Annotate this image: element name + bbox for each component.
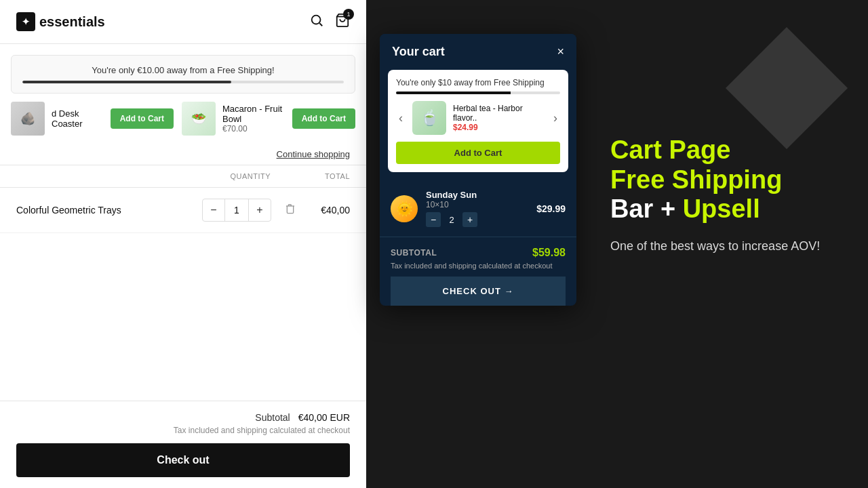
tax-note: Tax included and shipping calculated at …	[16, 426, 350, 435]
modal-checkout-btn[interactable]: CHECK OUT →	[391, 277, 566, 306]
cart-item-0-price: €40,00	[309, 205, 350, 216]
upsell-item-1-name: Macaron - Fruit Bowl	[222, 104, 285, 124]
cart-upsell-progress-bar	[396, 92, 560, 94]
left-cart-panel: ✦ essentials 1 You're only €10.	[0, 0, 366, 488]
svg-marker-3	[726, 27, 848, 149]
cart-icon[interactable]: 1	[335, 13, 350, 31]
cart-table-headers: QUANTITY TOTAL	[0, 165, 366, 188]
logo-icon: ✦	[16, 12, 35, 31]
modal-subtotal-value: $59.98	[532, 247, 566, 259]
cart-upsell-product-info: Herbal tea - Harbor flavor.. $24.99	[453, 104, 544, 132]
store-header: ✦ essentials 1	[0, 0, 366, 44]
upsell-carousel: 🪨 d Desk Coaster Add to Cart 🥗 Macaron -…	[0, 94, 366, 136]
shipping-progress-fill	[22, 81, 231, 83]
promo-title-line3-prefix: Bar +	[610, 195, 683, 223]
promo-title-line3: Bar + Upsell	[610, 195, 854, 224]
store-logo: ✦ essentials	[16, 12, 105, 31]
cart-upsell-progress-fill	[396, 92, 511, 94]
cart-modal-title: Your cart	[392, 45, 445, 59]
cart-modal-item-0-image: 🌞	[391, 195, 418, 222]
cart-modal-item-0-info: Sunday Sun 10×10 − 2 +	[426, 190, 528, 227]
cart-modal-qty-control-0: − 2 +	[426, 212, 528, 227]
subtotal-value: €40,00 EUR	[298, 412, 350, 423]
subtotal-area: Subtotal €40,00 EUR Tax included and shi…	[0, 401, 366, 488]
cart-modal-item-0-price: $29.99	[536, 203, 566, 214]
cart-modal-item-0: 🌞 Sunday Sun 10×10 − 2 + $29.99	[380, 180, 576, 237]
cart-upsell-product: ‹ 🍵 Herbal tea - Harbor flavor.. $24.99 …	[396, 101, 560, 135]
shipping-progress-bar	[22, 81, 344, 83]
cart-item-0-name: Colorful Geometric Trays	[16, 205, 191, 216]
upsell-item-0-info: d Desk Coaster	[52, 108, 104, 129]
decorative-arrow	[719, 20, 854, 156]
cart-upsell-product-image: 🍵	[412, 101, 446, 135]
store-name: essentials	[39, 14, 105, 30]
cart-upsell-prev-btn[interactable]: ‹	[396, 108, 406, 128]
continue-shopping-link[interactable]: Continue shopping	[277, 149, 350, 159]
modal-tax-note: Tax included and shipping calculated at …	[391, 262, 566, 270]
upsell-item-1: 🥗 Macaron - Fruit Bowl €70.00 Add to Car…	[182, 102, 355, 136]
continue-shopping-area: Continue shopping	[0, 136, 366, 165]
upsell-item-0-emoji: 🪨	[11, 102, 45, 136]
upsell-item-1-price: €70.00	[222, 124, 285, 134]
promo-subtitle: One of the best ways to increase AOV!	[610, 238, 854, 255]
subtotal-row: Subtotal €40,00 EUR	[16, 412, 350, 423]
promo-title-line3-highlight: Upsell	[683, 195, 760, 223]
upsell-item-0-add-btn[interactable]: Add to Cart	[111, 108, 174, 129]
svg-point-0	[312, 15, 321, 24]
cart-modal-header: Your cart ×	[380, 34, 576, 70]
upsell-item-0-image: 🪨	[11, 102, 45, 136]
cart-modal-close-btn[interactable]: ×	[557, 45, 564, 59]
checkout-button[interactable]: Check out	[16, 443, 350, 477]
cart-upsell-box: You're only $10 away from Free Shipping …	[388, 70, 568, 172]
cart-upsell-add-btn[interactable]: Add to Cart	[396, 142, 560, 164]
modal-subtotal-row: SUBTOTAL $59.98	[391, 247, 566, 259]
subtotal-label: Subtotal	[255, 412, 290, 423]
upsell-item-1-image: 🥗	[182, 102, 216, 136]
upsell-item-0-name: d Desk Coaster	[52, 108, 104, 129]
cart-modal-subtotal: SUBTOTAL $59.98 Tax included and shippin…	[380, 237, 576, 306]
search-icon[interactable]	[309, 13, 324, 31]
cart-upsell-shipping-text: You're only $10 away from Free Shipping	[396, 78, 560, 87]
modal-qty-increase-0[interactable]: +	[462, 212, 477, 227]
shipping-banner-text: You're only €10.00 away from a Free Ship…	[22, 65, 344, 75]
quantity-value-0: 1	[224, 199, 249, 221]
cart-upsell-product-price: $24.99	[453, 123, 544, 132]
cart-badge: 1	[343, 9, 354, 20]
modal-qty-value-0: 2	[445, 215, 458, 225]
quantity-increase-0[interactable]: +	[249, 199, 271, 221]
promo-title-line2: Free Shipping	[610, 165, 854, 195]
cart-modal: Your cart × You're only $10 away from Fr…	[380, 34, 576, 306]
svg-line-1	[319, 23, 322, 26]
cart-upsell-product-name: Herbal tea - Harbor flavor..	[453, 104, 544, 123]
quantity-control-0: − 1 +	[202, 199, 271, 222]
upsell-item-1-info: Macaron - Fruit Bowl €70.00	[222, 104, 285, 134]
quantity-col-header: QUANTITY	[230, 172, 271, 180]
cart-upsell-next-btn[interactable]: ›	[551, 108, 560, 128]
upsell-item-1-emoji: 🥗	[182, 102, 216, 136]
shipping-banner: You're only €10.00 away from a Free Ship…	[11, 55, 355, 94]
modal-qty-decrease-0[interactable]: −	[426, 212, 441, 227]
upsell-item-0: 🪨 d Desk Coaster Add to Cart	[11, 102, 174, 136]
modal-subtotal-label: SUBTOTAL	[391, 248, 437, 258]
upsell-item-1-add-btn[interactable]: Add to Cart	[292, 108, 355, 129]
quantity-decrease-0[interactable]: −	[203, 199, 224, 221]
header-icons: 1	[309, 13, 350, 31]
cart-item-0: Colorful Geometric Trays − 1 + €40,00	[0, 188, 366, 233]
cart-modal-item-0-name: Sunday Sun	[426, 190, 528, 200]
cart-modal-item-0-variant: 10×10	[426, 200, 528, 209]
total-col-header: TOTAL	[325, 172, 350, 180]
delete-item-0[interactable]	[282, 201, 298, 220]
